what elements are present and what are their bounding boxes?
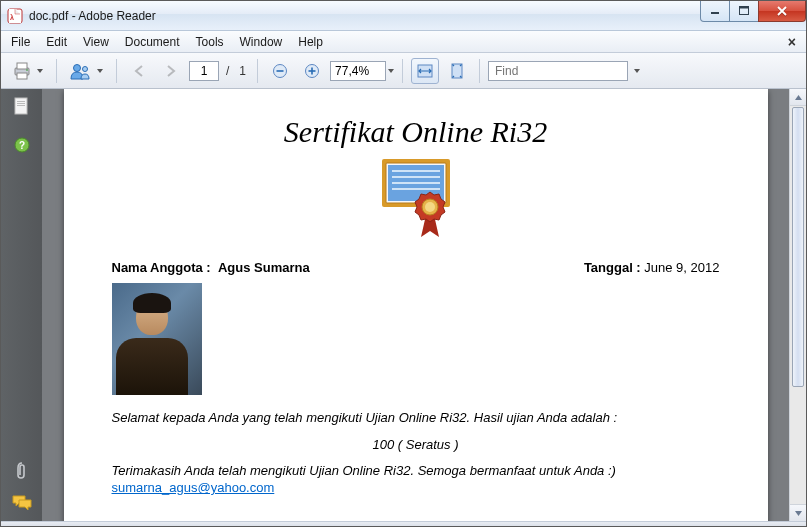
- status-bar: [1, 521, 806, 526]
- svg-rect-21: [17, 103, 25, 104]
- info-row: Nama Anggota : Agus Sumarna Tanggal : Ju…: [112, 260, 720, 275]
- separator: [479, 59, 480, 83]
- scroll-down-button[interactable]: [790, 504, 806, 521]
- toolbar: / 1: [1, 53, 806, 89]
- find-input[interactable]: [488, 61, 628, 81]
- prev-page-button[interactable]: [125, 58, 153, 84]
- certificate-graphic: [112, 155, 720, 246]
- svg-point-34: [425, 202, 435, 212]
- svg-point-9: [26, 69, 28, 71]
- app-window: λ doc.pdf - Adobe Reader File Edit View …: [0, 0, 807, 527]
- viewer-area: ? Sertifikat Online Ri32: [1, 89, 806, 521]
- svg-point-10: [74, 64, 81, 71]
- fit-width-button[interactable]: [411, 58, 439, 84]
- certificate-date: Tanggal : June 9, 2012: [584, 260, 720, 275]
- svg-rect-22: [17, 105, 25, 106]
- certificate-message-1: Selamat kepada Anda yang telah mengikuti…: [112, 409, 720, 427]
- minimize-button[interactable]: [700, 1, 730, 22]
- date-label: Tanggal :: [584, 260, 641, 275]
- menu-bar: File Edit View Document Tools Window Hel…: [1, 31, 806, 53]
- separator: [257, 59, 258, 83]
- menu-edit[interactable]: Edit: [38, 33, 75, 51]
- svg-rect-7: [17, 63, 27, 69]
- name-value: Agus Sumarna: [218, 260, 310, 275]
- menu-file[interactable]: File: [3, 33, 38, 51]
- dropdown-icon[interactable]: [634, 69, 640, 73]
- page-area[interactable]: Sertifikat Online Ri32: [42, 89, 789, 521]
- page-total: 1: [236, 64, 249, 78]
- close-document-button[interactable]: ×: [784, 34, 800, 50]
- pages-panel-icon[interactable]: [12, 97, 32, 117]
- scroll-thumb[interactable]: [792, 107, 804, 387]
- svg-rect-20: [17, 101, 25, 102]
- app-icon: λ: [7, 8, 23, 24]
- scroll-up-button[interactable]: [790, 89, 806, 106]
- member-photo: [112, 283, 202, 395]
- email-link[interactable]: sumarna_agus@yahoo.com: [112, 480, 275, 495]
- svg-rect-3: [711, 12, 719, 14]
- certificate-score: 100 ( Seratus ): [112, 437, 720, 452]
- vertical-scrollbar[interactable]: [789, 89, 806, 521]
- svg-text:?: ?: [18, 140, 24, 151]
- scroll-track[interactable]: [790, 388, 806, 504]
- svg-rect-5: [740, 6, 749, 8]
- zoom-in-button[interactable]: [298, 58, 326, 84]
- menu-view[interactable]: View: [75, 33, 117, 51]
- svg-text:λ: λ: [10, 14, 14, 21]
- menu-tools[interactable]: Tools: [188, 33, 232, 51]
- zoom-input[interactable]: [330, 61, 386, 81]
- print-button[interactable]: [7, 58, 48, 84]
- fit-page-button[interactable]: [443, 58, 471, 84]
- document-page: Sertifikat Online Ri32: [64, 89, 768, 521]
- help-panel-icon[interactable]: ?: [12, 135, 32, 155]
- svg-point-11: [83, 66, 88, 71]
- comments-panel-icon[interactable]: [12, 493, 32, 513]
- attachments-panel-icon[interactable]: [12, 461, 32, 481]
- separator: [56, 59, 57, 83]
- close-button[interactable]: [758, 1, 806, 22]
- next-page-button[interactable]: [157, 58, 185, 84]
- page-number-input[interactable]: [189, 61, 219, 81]
- page-separator: /: [223, 64, 232, 78]
- title-bar: λ doc.pdf - Adobe Reader: [1, 1, 806, 31]
- svg-rect-16: [311, 67, 313, 74]
- certificate-title: Sertifikat Online Ri32: [112, 115, 720, 149]
- collaborate-button[interactable]: [65, 58, 108, 84]
- dropdown-icon: [97, 69, 103, 73]
- navigation-pane: ?: [1, 89, 42, 521]
- dropdown-icon[interactable]: [388, 69, 394, 73]
- menu-help[interactable]: Help: [290, 33, 331, 51]
- dropdown-icon: [37, 69, 43, 73]
- member-name: Nama Anggota : Agus Sumarna: [112, 260, 310, 275]
- svg-rect-13: [277, 70, 284, 72]
- window-title: doc.pdf - Adobe Reader: [29, 9, 701, 23]
- svg-rect-8: [17, 73, 27, 79]
- certificate-message-2: Terimakasih Anda telah mengikuti Ujian O…: [112, 462, 720, 480]
- separator: [402, 59, 403, 83]
- separator: [116, 59, 117, 83]
- menu-window[interactable]: Window: [232, 33, 291, 51]
- maximize-button[interactable]: [729, 1, 759, 22]
- date-value: June 9, 2012: [644, 260, 719, 275]
- menu-document[interactable]: Document: [117, 33, 188, 51]
- name-label: Nama Anggota :: [112, 260, 211, 275]
- zoom-out-button[interactable]: [266, 58, 294, 84]
- window-controls: [701, 1, 806, 22]
